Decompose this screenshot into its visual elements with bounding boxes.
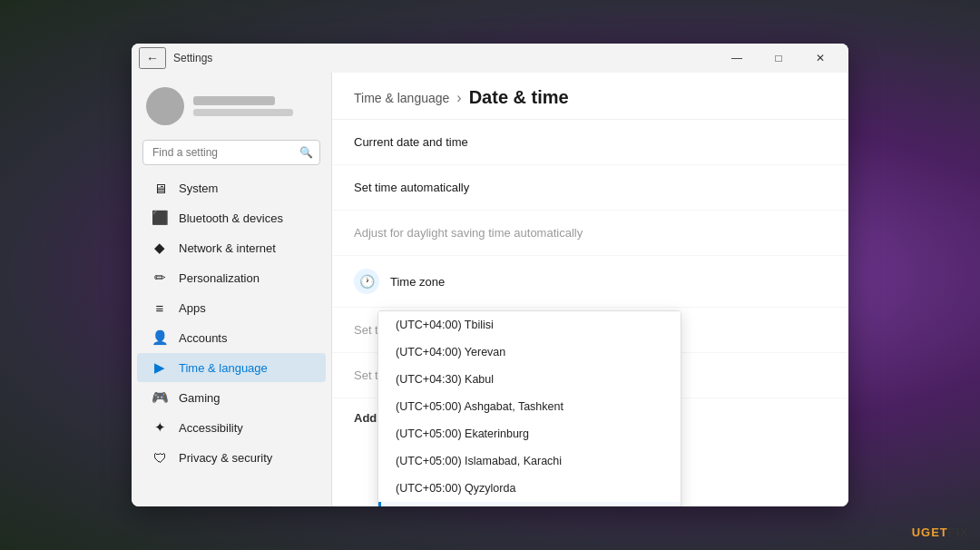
breadcrumb-parent: Time & language xyxy=(354,91,449,105)
sidebar-label-personalization: Personalization xyxy=(179,271,260,285)
avatar xyxy=(146,87,184,125)
titlebar-title: Settings xyxy=(173,52,212,64)
sidebar-item-accounts[interactable]: 👤 Accounts xyxy=(137,323,326,352)
user-email xyxy=(193,109,293,116)
sidebar-item-gaming[interactable]: 🎮 Gaming xyxy=(137,383,326,412)
sidebar-label-gaming: Gaming xyxy=(179,391,220,405)
sidebar-label-network: Network & internet xyxy=(179,241,276,255)
watermark-text2: FIX xyxy=(948,525,969,539)
setting-current-date-time[interactable]: Current date and time xyxy=(332,120,848,165)
privacy-icon: 🛡 xyxy=(152,449,168,466)
sidebar: 🔍 🖥 System ⬛ Bluetooth & devices ◆ Netwo… xyxy=(132,73,331,506)
sidebar-item-network[interactable]: ◆ Network & internet xyxy=(137,233,326,262)
sidebar-item-apps[interactable]: ≡ Apps xyxy=(137,293,326,322)
breadcrumb-separator: › xyxy=(456,90,461,106)
search-icon: 🔍 xyxy=(299,146,313,159)
page-title: Date & time xyxy=(469,87,569,108)
gaming-icon: 🎮 xyxy=(152,389,168,406)
window-content: 🔍 🖥 System ⬛ Bluetooth & devices ◆ Netwo… xyxy=(132,73,848,506)
minimize-button[interactable]: — xyxy=(716,44,758,73)
back-button[interactable]: ← xyxy=(139,47,166,69)
dropdown-item[interactable]: (UTC+05:00) Ashgabat, Tashkent xyxy=(378,393,681,420)
titlebar-controls: — □ ✕ xyxy=(716,44,841,73)
setting-label-set-time-auto: Set time automatically xyxy=(354,181,827,194)
dropdown-item[interactable]: (UTC+05:00) Islamabad, Karachi xyxy=(378,447,681,475)
watermark-text1: UGET xyxy=(912,525,948,539)
settings-window: ← Settings — □ ✕ 🔍 xyxy=(132,44,848,506)
titlebar: ← Settings — □ ✕ xyxy=(132,44,848,73)
dropdown-item[interactable]: (UTC+05:30) Chennai, Kolkata, Mumbai, Ne… xyxy=(378,502,681,506)
dropdown-item[interactable]: (UTC+04:30) Kabul xyxy=(378,366,681,393)
sidebar-label-accessibility: Accessibility xyxy=(179,421,243,435)
sidebar-label-privacy: Privacy & security xyxy=(179,451,272,465)
search-box: 🔍 xyxy=(142,140,320,165)
timezone-icon: 🕐 xyxy=(354,269,379,294)
nav-list: 🖥 System ⬛ Bluetooth & devices ◆ Network… xyxy=(132,172,331,473)
setting-set-time-auto[interactable]: Set time automatically xyxy=(332,165,848,211)
sidebar-label-time: Time & language xyxy=(179,361,268,375)
user-profile xyxy=(132,80,331,136)
setting-label-time-zone: Time zone xyxy=(390,275,827,289)
watermark: UGETFIX xyxy=(912,525,969,539)
page-header: Time & language › Date & time xyxy=(332,73,848,120)
sidebar-item-time[interactable]: ▶ Time & language xyxy=(137,353,326,382)
network-icon: ◆ xyxy=(152,240,168,256)
dropdown-item[interactable]: (UTC+04:00) Tbilisi xyxy=(378,311,681,339)
dropdown-item[interactable]: (UTC+05:00) Qyzylorda xyxy=(378,475,681,502)
timezone-dropdown[interactable]: (UTC+04:00) Tbilisi(UTC+04:00) Yerevan(U… xyxy=(377,310,681,506)
settings-content: Current date and time Set time automatic… xyxy=(332,120,848,506)
setting-label-current-date-time: Current date and time xyxy=(354,135,827,149)
sidebar-label-system: System xyxy=(179,182,218,195)
user-info xyxy=(193,96,317,116)
search-input[interactable] xyxy=(142,140,320,165)
main-panel: Time & language › Date & time Current da… xyxy=(331,73,848,506)
accessibility-icon: ✦ xyxy=(152,419,168,436)
dropdown-item[interactable]: (UTC+05:00) Ekaterinburg xyxy=(378,420,681,447)
time-icon: ▶ xyxy=(152,359,168,376)
accounts-icon: 👤 xyxy=(152,329,168,346)
sidebar-item-bluetooth[interactable]: ⬛ Bluetooth & devices xyxy=(137,203,326,232)
bluetooth-icon: ⬛ xyxy=(152,210,168,226)
apps-icon: ≡ xyxy=(152,300,168,316)
setting-label-daylight: Adjust for daylight saving time automati… xyxy=(354,226,827,240)
dropdown-item[interactable]: (UTC+04:00) Yerevan xyxy=(378,339,681,366)
user-name xyxy=(193,96,275,105)
setting-daylight[interactable]: Adjust for daylight saving time automati… xyxy=(332,211,848,256)
setting-time-zone[interactable]: 🕐 Time zone (UTC+04:00) Tbilisi(UTC+04:0… xyxy=(332,256,848,308)
sidebar-item-privacy[interactable]: 🛡 Privacy & security xyxy=(137,443,326,472)
system-icon: 🖥 xyxy=(152,180,168,196)
sidebar-label-apps: Apps xyxy=(179,301,206,315)
titlebar-left: ← Settings xyxy=(139,47,212,69)
maximize-button[interactable]: □ xyxy=(758,44,799,73)
sidebar-label-bluetooth: Bluetooth & devices xyxy=(179,211,283,225)
sidebar-item-system[interactable]: 🖥 System xyxy=(137,173,326,202)
personalization-icon: ✏ xyxy=(152,270,168,286)
close-button[interactable]: ✕ xyxy=(799,44,841,73)
sidebar-item-personalization[interactable]: ✏ Personalization xyxy=(137,263,326,292)
sidebar-item-accessibility[interactable]: ✦ Accessibility xyxy=(137,413,326,442)
sidebar-label-accounts: Accounts xyxy=(179,331,227,345)
breadcrumb: Time & language › Date & time xyxy=(354,87,827,108)
